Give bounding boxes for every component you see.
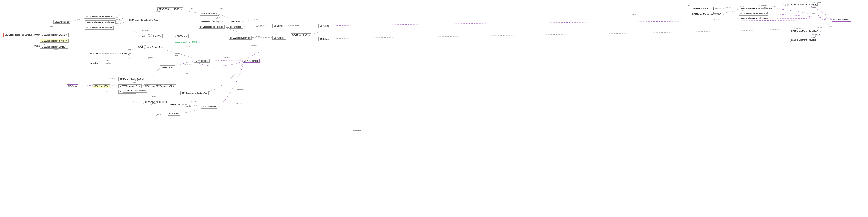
label-buffer: _buffer [53,49,58,51]
label-tracer2: _tracer [156,113,162,115]
label-timer: _timer [294,24,299,26]
node-header-sub-rec[interactable]: SFZFlexListMenu::HeaderSubRec [691,12,725,16]
node-sfymenu[interactable]: SFYMenu [318,24,330,28]
label-bevel: bevel [714,19,719,21]
node-body-sub-rec[interactable]: SFZFlexListMenu::BodySubRec [691,7,723,10]
label-light: _light [216,16,220,19]
node-sfxgraphics[interactable]: SFXGraphics [160,66,175,69]
node-sfxbevelcolor[interactable]: SFXBevelColor [199,20,216,23]
label-render: render [141,45,146,47]
node-sfxarray-sfyresponderptr[interactable]: SFXArray< SFYResponderPtr > [144,84,176,88]
node-cluster-heap-t-alloc[interactable]: SFXClusterHeap< T, Alloc > [40,39,68,43]
node-sfyhandler[interactable]: SFYHandler [168,103,182,106]
node-sfxgrid[interactable]: SFXGrid [89,52,99,55]
node-item-sub-part-rec[interactable]: SFZFlexListMenu::ItemSubPartRec [739,7,774,10]
label-clip1: _clip [127,55,131,57]
label-origin1: _origin [103,52,109,54]
node-header-rec[interactable]: SFZFlexListMenu::HeaderRec [85,21,116,24]
label-cache: _cache [133,79,139,81]
label-body2: _body [115,22,120,24]
label-size: _size [103,56,108,58]
node-sfxsize[interactable]: SFXSize [89,62,99,65]
node-cluster-heap-uint32[interactable]: SFXClusterHeap< UInt32 > [40,45,68,49]
label-child: _child [183,73,188,75]
node-sfxarray-v[interactable]: SFXArray< V > [93,84,110,88]
node-item-part-rec[interactable]: SFZFlexListMenu::ItemPartRec [128,18,159,22]
label-background: background [214,21,224,23]
label-handler2: _handler [185,105,192,107]
node-sfxarray-noderecptr[interactable]: SFXArray< NodeRecPtr > [144,100,170,104]
node-sfxmargin[interactable]: SFXMargin [318,37,332,41]
label-origin3: origin [148,33,152,35]
node-cluster-heap-wchar[interactable]: SFXClusterHeap< WChar > [40,33,68,37]
node-rgbcolor[interactable]: SFXRGBColor [200,12,216,15]
node-sfxarray-cacherecptr[interactable]: SFXArray< CacheRecPtr > [118,77,146,81]
label-key1: _key [811,36,815,38]
label-font: font [133,81,136,83]
node-key-rec-flex[interactable]: SFZFlexListMenu::KeyRec [790,38,817,42]
label-tracer1: _tracer [185,112,190,114]
node-widget-colorrec[interactable]: SFYWidget::ColorRec [229,36,252,40]
label-callback: _callback [255,25,262,27]
label-origin2: _origin [127,49,133,51]
label-bar: _bar [811,27,815,29]
node-sfytracer[interactable]: SFYTracer [168,112,181,115]
label-translate2: _translate [103,62,112,64]
label-body: _body [712,7,717,9]
node-sfydistributer[interactable]: SFYDistributer [201,105,217,109]
node-distributer-contextrec[interactable]: SFYDistributer::ContextRec [181,91,209,95]
label-normal2: normal [811,4,816,6]
label-cache-font: cache font [353,130,361,132]
label-normal3: normal [156,8,161,10]
node-T[interactable]: T [128,29,132,32]
node-sfxtimer[interactable]: SFXTimer [272,24,284,28]
label-translate1: _translate [103,59,112,61]
label-renderer: _renderer [222,56,230,58]
node-sfybevelcolor[interactable]: SFYBevelColor [229,20,246,23]
node-flagrec[interactable]: SFYResponder::FlagRec [199,25,225,29]
label-virtual: _virtual [174,52,180,54]
label-header3: header [251,44,257,46]
node-sfxcallback[interactable]: SFXCallback [229,25,243,29]
label-select1: select [763,6,768,8]
node-wide-string[interactable]: SFXWideString [53,20,70,24]
node-SFZFlexListMenu[interactable]: SFZFlexListMenu [832,18,851,22]
label-real: _real [174,55,178,57]
node-body-rec[interactable]: SFZFlexListMenu::BodyRec [85,26,114,30]
node-sfaarray[interactable]: SFAArray [67,84,79,88]
label-flag: _flag [225,26,229,29]
label-node2: _node [151,103,156,105]
label-distributer: _distributer [234,102,243,104]
label-node1: _node [151,96,156,98]
label-color5: _color [255,35,260,37]
label-header4: header [630,13,636,15]
label-dcontext: _dcontext [236,88,244,91]
label-dark: dark [216,14,219,16]
label-header1: _header [712,12,719,14]
node-sfyresponder[interactable]: SFYResponder [243,59,259,63]
node-scferror-label[interactable]: < SCFError > [174,34,189,38]
node-static-exception-sfcerror[interactable]: static_exception< SFCError > [174,40,204,44]
label-footer: _footer [115,14,120,16]
label-clip2: _clip [127,57,131,59]
diagram-container: SFZFlexListMenu SFZFlexListMenu::ItemRec… [0,0,868,217]
node-footer-rec[interactable]: SFZFlexListMenu::FooterRec [85,15,115,19]
label-update: update [141,47,147,49]
label-margin: _margin [811,34,818,36]
label-handler1: _handler [190,100,197,102]
label-key2: _key [790,39,794,42]
label-color2: _color [763,18,768,20]
node-scroll-bar-rec[interactable]: SFZFlexListMenu::ScrollBarRec [790,29,822,33]
node-sfymenu-keyrec[interactable]: SFYMenu::KeyRec [291,33,311,37]
node-fontrec[interactable]: SFXGraphics::FontRec [123,89,147,93]
node-sfywidget[interactable]: SFYWidget [272,36,286,40]
label-text: text [77,18,80,20]
label-header2: _header [115,18,121,20]
label-global: _global [147,57,153,59]
node-sfyresponderptr-label[interactable]: < SFYResponderPtr > [118,84,142,88]
label-key3: _key [303,33,307,35]
node-sfyrenderer[interactable]: SFYRenderer [194,59,210,63]
label-string: _string [49,25,55,27]
label-graphics: _graphics [183,63,191,65]
label-color4: _color [188,7,193,9]
